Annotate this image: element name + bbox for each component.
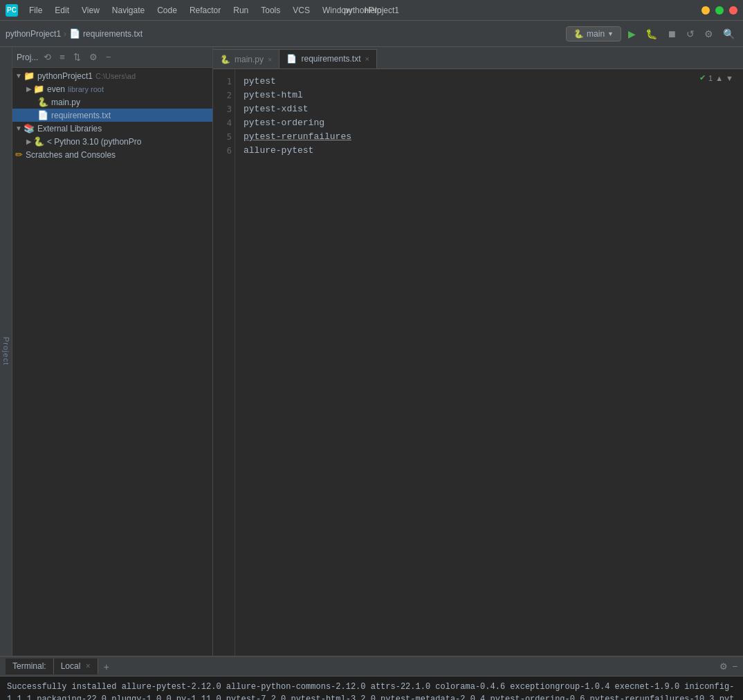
line-numbers: 1 2 3 4 5 6 — [213, 69, 235, 656]
requirements-txt-icon: 📄 — [37, 110, 48, 120]
tree-python-sdk[interactable]: ▶ 🐍 < Python 3.10 (pythonPro — [12, 135, 212, 148]
editor-tabs: 🐍 main.py × 📄 requirements.txt × — [213, 47, 743, 69]
breadcrumb: pythonProject1 › 📄 requirements.txt — [6, 28, 563, 39]
reload-button[interactable]: ↺ — [684, 26, 697, 42]
code-line-2: pytest-html — [244, 89, 735, 102]
menu-vcs[interactable]: VCS — [287, 3, 315, 18]
tree-external-libraries[interactable]: ▼ 📚 External Libraries — [12, 122, 212, 135]
project-collapse-icon[interactable]: ⇅ — [71, 50, 84, 64]
reload-icon: ↺ — [686, 28, 695, 39]
tab-local-close[interactable]: × — [86, 661, 91, 671]
search-button[interactable]: 🔍 — [720, 26, 737, 42]
gear-icon: ⚙ — [719, 661, 728, 672]
search-icon: 🔍 — [723, 28, 735, 39]
run-icon: ▶ — [628, 28, 636, 39]
requirements-file-icon: 📄 — [69, 28, 80, 39]
menu-file[interactable]: File — [24, 3, 48, 18]
code-editor[interactable]: pytest pytest-html pytest-xdist pytest-o… — [235, 69, 743, 656]
more-button[interactable]: ⚙ — [701, 26, 716, 42]
project-tree: ▼ 📁 pythonProject1 C:\Users\ad ▶ 📁 even … — [12, 68, 212, 656]
menu-navigate[interactable]: Navigate — [107, 3, 150, 18]
code-line-5: pytest-rerunfailures — [244, 130, 735, 144]
breadcrumb-file[interactable]: 📄 requirements.txt — [69, 28, 143, 39]
python-sdk-icon: 🐍 — [33, 136, 44, 147]
debug-icon: 🐛 — [645, 28, 657, 39]
breadcrumb-separator: › — [64, 29, 66, 39]
tab-main-py-icon: 🐍 — [220, 55, 230, 64]
tab-requirements-icon: 📄 — [286, 54, 297, 64]
tab-close-main-py[interactable]: × — [268, 55, 272, 64]
code-line-3: pytest-xdist — [244, 102, 735, 116]
code-line-1: pytest — [244, 75, 735, 89]
app-icon: PC — [6, 4, 18, 17]
chevron-up-icon[interactable]: ▲ — [715, 74, 723, 82]
stop-button[interactable]: ⏹ — [664, 26, 679, 42]
project-title: Proj... — [17, 53, 38, 62]
minimize-terminal-icon[interactable]: − — [732, 661, 737, 672]
project-panel: Proj... ⟲ ≡ ⇅ ⚙ − ▼ 📁 pythonProject1 C:\… — [12, 47, 213, 656]
project-close-icon[interactable]: − — [103, 50, 114, 64]
title-bar: PC File Edit View Navigate Code Refactor… — [0, 0, 743, 21]
install-output: Successfully installed allure-pytest-2.1… — [7, 681, 736, 700]
chevron-down-icon[interactable]: ▼ — [726, 74, 733, 82]
menu-tools[interactable]: Tools — [255, 3, 286, 18]
even-folder-icon: 📁 — [33, 84, 44, 94]
run-controls: 🐍 main ▼ ▶ 🐛 ⏹ ↺ ⚙ 🔍 — [566, 26, 737, 42]
tree-main-py[interactable]: 🐍 main.py — [12, 95, 212, 109]
tree-root-project[interactable]: ▼ 📁 pythonProject1 C:\Users\ad — [12, 69, 212, 82]
run-button[interactable]: ▶ — [625, 26, 639, 42]
run-config-icon: 🐍 — [574, 29, 584, 39]
tab-close-requirements[interactable]: × — [365, 55, 369, 63]
tree-requirements-txt[interactable]: 📄 requirements.txt — [12, 109, 212, 122]
code-line-6: allure-pytest — [244, 144, 735, 158]
bottom-tabs: Terminal: Local × + ⚙ − — [0, 657, 743, 676]
folder-icon: 📁 — [24, 71, 35, 81]
window-controls — [701, 6, 737, 15]
editor-area: 🐍 main.py × 📄 requirements.txt × 1 2 3 4… — [213, 47, 743, 656]
scratches-icon: ✏ — [15, 149, 23, 160]
window-maximize-button[interactable] — [715, 6, 724, 15]
add-terminal-button[interactable]: + — [98, 658, 115, 675]
window-title-label: pythonProject1 — [344, 6, 399, 15]
project-settings-icon[interactable]: ⚙ — [86, 50, 100, 64]
tree-scratches[interactable]: ✏ Scratches and Consoles — [12, 148, 212, 161]
check-count: 1 — [708, 74, 713, 82]
project-sync-icon[interactable]: ⟲ — [41, 50, 54, 64]
code-line-4: pytest-ordering — [244, 116, 735, 130]
menu-code[interactable]: Code — [152, 3, 183, 18]
main-py-icon: 🐍 — [37, 97, 48, 107]
project-side-label[interactable]: Project — [0, 47, 12, 656]
more-icon: ⚙ — [704, 28, 713, 39]
check-icon: ✔ — [699, 73, 706, 82]
terminal-content[interactable]: Successfully installed allure-pytest-2.1… — [0, 676, 743, 700]
breadcrumb-project[interactable]: pythonProject1 — [6, 29, 61, 39]
libs-icon: 📚 — [24, 123, 35, 133]
toolbar: pythonProject1 › 📄 requirements.txt 🐍 ma… — [0, 21, 743, 47]
run-config-selector[interactable]: 🐍 main ▼ — [566, 26, 621, 42]
tab-main-py[interactable]: 🐍 main.py × — [213, 49, 279, 68]
tab-local[interactable]: Local × — [54, 658, 98, 674]
terminal-label: Terminal: — [6, 658, 54, 674]
debug-button[interactable]: 🐛 — [643, 26, 660, 42]
main-area: Project Proj... ⟲ ≡ ⇅ ⚙ − ▼ 📁 pythonProj… — [0, 47, 743, 656]
window-close-button[interactable] — [729, 6, 737, 15]
dropdown-icon: ▼ — [607, 30, 614, 37]
editor-content[interactable]: 1 2 3 4 5 6 pytest pytest-html pytest-xd… — [213, 69, 743, 656]
editor-right-actions: ✔ 1 ▲ ▼ — [699, 73, 733, 82]
menu-refactor[interactable]: Refactor — [184, 3, 226, 18]
window-minimize-button[interactable] — [701, 6, 710, 15]
terminal-settings[interactable]: ⚙ − — [719, 661, 737, 672]
menu-run[interactable]: Run — [228, 3, 254, 18]
stop-icon: ⏹ — [667, 28, 677, 39]
tab-requirements-txt[interactable]: 📄 requirements.txt × — [279, 49, 376, 68]
project-expand-icon[interactable]: ≡ — [57, 50, 68, 64]
project-toolbar: Proj... ⟲ ≡ ⇅ ⚙ − — [12, 47, 212, 68]
bottom-panel: Terminal: Local × + ⚙ − Successfully ins… — [0, 656, 743, 700]
menu-view[interactable]: View — [76, 3, 105, 18]
menu-edit[interactable]: Edit — [49, 3, 75, 18]
tree-even-folder[interactable]: ▶ 📁 even library root — [12, 82, 212, 95]
